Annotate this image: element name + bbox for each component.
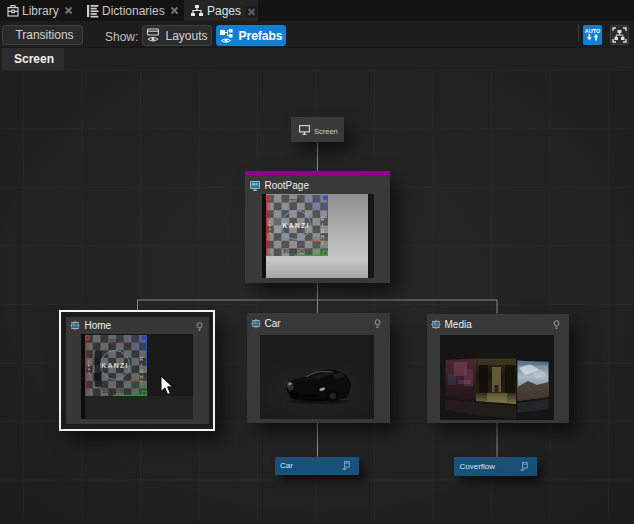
svg-text:I: I [322,223,323,228]
svg-text:R: R [321,217,325,222]
svg-text:TOP: TOP [290,198,301,204]
svg-text:AUTO: AUTO [585,28,601,34]
svg-text:G: G [321,229,325,234]
svg-text:BOTTOM: BOTTOM [283,248,304,254]
svg-text:this way: this way [311,238,324,242]
svg-text:KANZI: KANZI [282,221,309,228]
